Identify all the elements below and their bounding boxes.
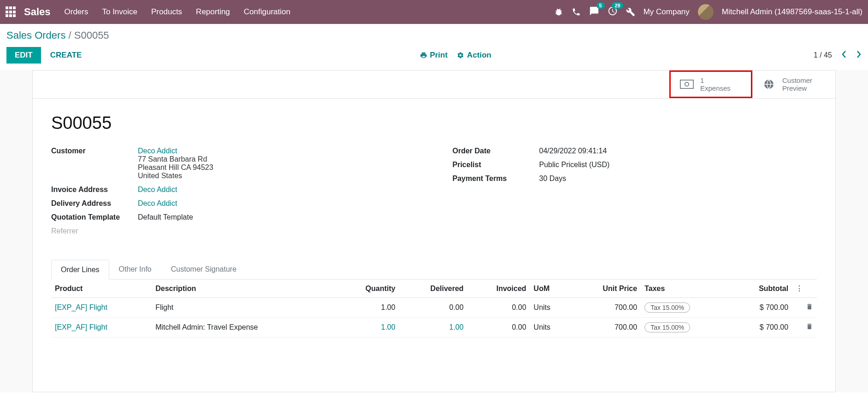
pager-next[interactable] <box>856 50 862 60</box>
apps-icon[interactable] <box>6 6 17 17</box>
bug-icon[interactable] <box>554 7 563 17</box>
quotation-template-value: Default Template <box>138 213 416 221</box>
avatar[interactable] <box>698 4 714 20</box>
messaging-icon[interactable]: 5 <box>589 6 599 18</box>
trash-icon[interactable] <box>806 304 813 312</box>
print-button[interactable]: Print <box>419 51 448 60</box>
cell-quantity: 1.00 <box>381 323 396 331</box>
label-quotation-template: Quotation Template <box>51 213 138 221</box>
nav-orders[interactable]: Orders <box>65 7 89 17</box>
stat-expenses[interactable]: 1 Expenses <box>669 70 752 98</box>
customer-addr1: 77 Santa Barbara Rd <box>138 155 416 163</box>
svg-rect-0 <box>680 80 693 88</box>
order-name: S00055 <box>51 113 817 133</box>
th-subtotal[interactable]: Subtotal <box>730 279 792 298</box>
th-quantity[interactable]: Quantity <box>337 279 399 298</box>
edit-button[interactable]: EDIT <box>6 47 41 64</box>
cell-quantity: 1.00 <box>381 303 396 311</box>
action-label: Action <box>467 51 491 60</box>
app-brand[interactable]: Sales <box>24 6 51 18</box>
cell-uom: Units <box>530 318 571 337</box>
breadcrumb-sep: / <box>69 29 74 41</box>
company-name[interactable]: My Company <box>644 7 690 17</box>
cell-product[interactable]: [EXP_AF] Flight <box>55 323 107 331</box>
label-delivery-address: Delivery Address <box>51 199 138 208</box>
stat-preview-line2: Preview <box>782 84 812 92</box>
user-name[interactable]: Mitchell Admin (14987569-saas-15-1-all) <box>722 7 862 17</box>
create-button[interactable]: CREATE <box>50 51 82 60</box>
table-row[interactable]: [EXP_AF] FlightFlight1.000.000.00Units70… <box>51 298 817 318</box>
stat-buttons: 1 Expenses Customer Preview <box>33 70 835 99</box>
gear-icon <box>457 52 464 59</box>
invoice-address-link[interactable]: Deco Addict <box>138 186 177 193</box>
table-row[interactable]: [EXP_AF] FlightMitchell Admin: Travel Ex… <box>51 318 817 337</box>
label-pricelist: Pricelist <box>453 161 539 169</box>
tools-icon[interactable] <box>626 7 635 17</box>
form-sheet: 1 Expenses Customer Preview S00055 Custo… <box>32 70 836 392</box>
nav-links: Orders To Invoice Products Reporting Con… <box>65 7 290 17</box>
nav-products[interactable]: Products <box>151 7 182 17</box>
pager-prev[interactable] <box>841 50 847 60</box>
customer-link[interactable]: Deco Addict <box>138 147 416 155</box>
cell-unit-price: 700.00 <box>571 298 641 318</box>
trash-icon[interactable] <box>806 324 813 332</box>
th-invoiced[interactable]: Invoiced <box>467 279 530 298</box>
action-button[interactable]: Action <box>457 51 491 60</box>
print-icon <box>419 52 427 59</box>
th-unit-price[interactable]: Unit Price <box>571 279 641 298</box>
globe-icon <box>762 79 776 90</box>
print-label: Print <box>430 51 448 60</box>
stat-expenses-count: 1 <box>700 76 731 84</box>
messaging-badge: 5 <box>596 2 605 9</box>
stat-preview-line1: Customer <box>782 76 812 84</box>
label-payment-terms: Payment Terms <box>453 175 539 183</box>
breadcrumb: Sales Orders / S00055 <box>6 29 862 41</box>
delivery-address-link[interactable]: Deco Addict <box>138 199 177 207</box>
top-navbar: Sales Orders To Invoice Products Reporti… <box>0 0 868 24</box>
control-panel: Sales Orders / S00055 EDIT CREATE Print … <box>0 24 868 70</box>
cell-tax: Tax 15.00% <box>644 302 690 313</box>
activity-badge: 29 <box>612 2 623 9</box>
cell-unit-price: 700.00 <box>571 318 641 337</box>
stat-customer-preview[interactable]: Customer Preview <box>752 70 835 98</box>
svg-point-1 <box>685 82 689 86</box>
cell-tax: Tax 15.00% <box>644 322 690 332</box>
nav-configuration[interactable]: Configuration <box>244 7 290 17</box>
label-invoice-address: Invoice Address <box>51 186 138 194</box>
cell-invoiced: 0.00 <box>467 298 530 318</box>
nav-right: 5 29 My Company Mitchell Admin (14987569… <box>554 4 862 20</box>
label-referrer: Referrer <box>51 227 138 235</box>
th-options[interactable]: ⋮ <box>792 279 817 298</box>
cell-delivered: 0.00 <box>449 303 463 311</box>
th-uom[interactable]: UoM <box>530 279 571 298</box>
th-description[interactable]: Description <box>152 279 337 298</box>
customer-addr3: United States <box>138 172 416 180</box>
breadcrumb-root[interactable]: Sales Orders <box>6 29 65 41</box>
cell-description: Flight <box>152 298 337 318</box>
order-lines-table: Product Description Quantity Delivered I… <box>51 279 817 337</box>
payment-terms-value: 30 Days <box>539 175 817 183</box>
tab-other-info[interactable]: Other Info <box>109 259 161 279</box>
pricelist-value: Public Pricelist (USD) <box>539 161 817 169</box>
th-product[interactable]: Product <box>51 279 152 298</box>
stat-expenses-label: Expenses <box>700 84 731 92</box>
phone-icon[interactable] <box>572 7 581 17</box>
breadcrumb-current: S00055 <box>74 29 109 41</box>
tabs: Order Lines Other Info Customer Signatur… <box>51 259 817 279</box>
activity-icon[interactable]: 29 <box>608 6 618 18</box>
cell-uom: Units <box>530 298 571 318</box>
nav-reporting[interactable]: Reporting <box>196 7 230 17</box>
label-customer: Customer <box>51 147 138 180</box>
cell-invoiced: 0.00 <box>467 318 530 337</box>
tab-order-lines[interactable]: Order Lines <box>51 260 109 279</box>
cell-product[interactable]: [EXP_AF] Flight <box>55 303 107 311</box>
tab-customer-signature[interactable]: Customer Signature <box>161 259 246 279</box>
pager[interactable]: 1 / 45 <box>814 51 832 59</box>
cell-delivered: 1.00 <box>449 323 463 331</box>
cell-description: Mitchell Admin: Travel Expense <box>152 318 337 337</box>
th-taxes[interactable]: Taxes <box>641 279 730 298</box>
th-delivered[interactable]: Delivered <box>399 279 467 298</box>
cell-subtotal: $ 700.00 <box>730 318 792 337</box>
order-date-value: 04/29/2022 09:41:14 <box>539 147 817 155</box>
nav-to-invoice[interactable]: To Invoice <box>102 7 137 17</box>
